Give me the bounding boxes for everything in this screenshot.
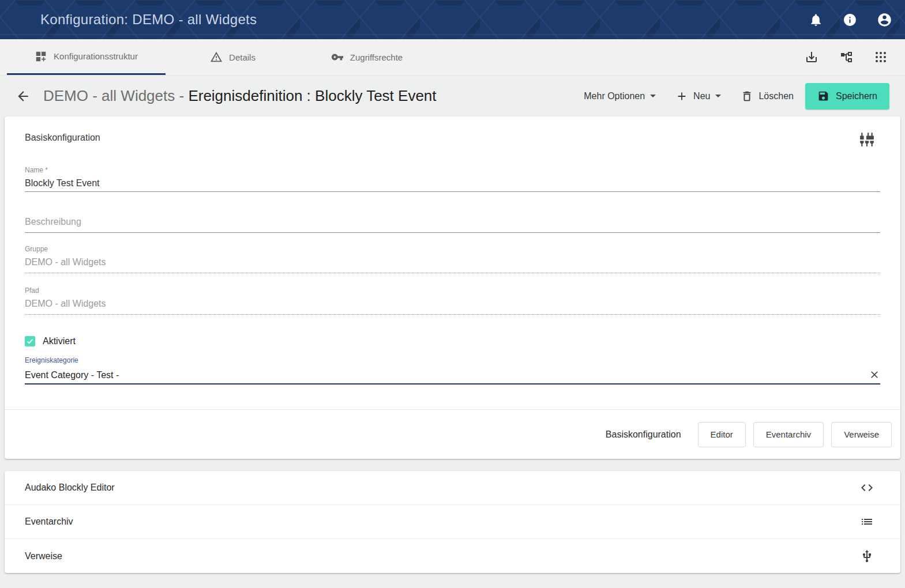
dashboard-customize-icon xyxy=(35,50,47,63)
usb-icon xyxy=(860,549,874,563)
tab-label: Zugriffsrechte xyxy=(350,52,403,62)
app-header: Konfiguration: DEMO - all Widgets xyxy=(0,0,905,39)
app-title: Konfiguration: DEMO - all Widgets xyxy=(40,12,257,28)
panels-card: Audako Blockly Editor Eventarchiv Verwei… xyxy=(5,471,900,573)
tab-label: Details xyxy=(229,52,256,62)
event-category-input[interactable] xyxy=(25,370,862,380)
new-label: Neu xyxy=(693,91,710,101)
more-options-button[interactable]: Mehr Optionen xyxy=(576,85,664,107)
event-category-label: Ereigniskategorie xyxy=(25,356,880,364)
new-button[interactable]: Neu xyxy=(667,84,729,108)
description-field xyxy=(25,216,880,233)
save-label: Speichern xyxy=(836,91,877,101)
tab-label: Konfigurationsstruktur xyxy=(54,51,138,61)
panel-eventarchiv[interactable]: Eventarchiv xyxy=(5,505,900,539)
form-body: Basiskonfiguration Name * Gruppe xyxy=(5,116,900,385)
panel-verweise[interactable]: Verweise xyxy=(5,539,900,573)
download-icon[interactable] xyxy=(805,50,818,64)
chevron-down-icon xyxy=(650,95,656,97)
panel-label: Eventarchiv xyxy=(25,517,73,527)
page-title-main: Ereignisdefinition : Blockly Test Event xyxy=(188,87,436,104)
event-category-input-row xyxy=(25,369,880,385)
page-title: DEMO - all Widgets - Ereignisdefinition … xyxy=(43,87,437,105)
activated-checkbox-row[interactable]: Aktiviert xyxy=(25,336,880,346)
code-icon xyxy=(860,481,874,495)
path-input xyxy=(25,298,880,315)
chevron-down-icon xyxy=(715,95,721,97)
footer-button-verweise[interactable]: Verweise xyxy=(831,422,892,447)
plus-icon xyxy=(675,90,688,103)
name-field: Name * xyxy=(25,166,880,192)
hierarchy-icon[interactable] xyxy=(839,50,853,64)
vertical-sliders-icon[interactable] xyxy=(859,132,874,147)
header-icons xyxy=(809,12,892,28)
delete-button[interactable]: Löschen xyxy=(733,84,802,108)
card-footer-nav: Basiskonfiguration Editor Eventarchiv Ve… xyxy=(5,409,900,459)
activated-label: Aktiviert xyxy=(43,336,76,346)
account-circle-icon[interactable] xyxy=(877,12,892,28)
footer-button-eventarchiv[interactable]: Eventarchiv xyxy=(753,422,824,447)
more-options-label: Mehr Optionen xyxy=(584,91,645,101)
footer-button-editor[interactable]: Editor xyxy=(698,422,746,447)
app-root: Konfiguration: DEMO - all Widgets Konfig… xyxy=(0,0,905,573)
group-label: Gruppe xyxy=(25,245,880,253)
apps-grid-icon[interactable] xyxy=(874,50,888,64)
description-input[interactable] xyxy=(25,216,880,233)
save-button[interactable]: Speichern xyxy=(805,83,889,110)
info-icon[interactable] xyxy=(843,13,857,27)
section-head: Basiskonfiguration xyxy=(25,116,880,147)
group-field: Gruppe xyxy=(25,245,880,273)
trash-icon xyxy=(741,90,753,103)
list-icon xyxy=(860,515,874,529)
main-content: Basiskonfiguration Name * Gruppe xyxy=(0,116,905,573)
tab-konfigurationsstruktur[interactable]: Konfigurationsstruktur xyxy=(7,39,166,75)
name-label: Name * xyxy=(25,166,880,174)
key-icon xyxy=(331,51,344,63)
toolbar-icons xyxy=(805,39,888,75)
group-input xyxy=(25,257,880,273)
page-actions: Mehr Optionen Neu Löschen Spe xyxy=(576,83,889,110)
name-input[interactable] xyxy=(25,178,880,192)
checkbox-checked-icon[interactable] xyxy=(25,336,35,346)
section-title: Basiskonfiguration xyxy=(25,132,100,144)
basiskonfiguration-card: Basiskonfiguration Name * Gruppe xyxy=(5,116,900,459)
notifications-bell-icon[interactable] xyxy=(809,13,823,27)
event-category-field: Ereigniskategorie xyxy=(25,356,880,385)
panel-label: Audako Blockly Editor xyxy=(25,483,115,493)
path-label: Pfad xyxy=(25,287,880,295)
tab-zugriffsrechte[interactable]: Zugriffsrechte xyxy=(300,39,434,75)
save-floppy-icon xyxy=(817,90,829,102)
breadcrumb: DEMO - all Widgets - xyxy=(43,87,188,104)
clear-icon[interactable] xyxy=(869,369,880,380)
delete-label: Löschen xyxy=(758,91,794,101)
panel-label: Verweise xyxy=(25,551,62,561)
footer-view-basiskonfiguration[interactable]: Basiskonfiguration xyxy=(606,429,681,440)
page-title-row: DEMO - all Widgets - Ereignisdefinition … xyxy=(0,76,905,116)
warning-triangle-icon xyxy=(210,51,223,63)
tab-details[interactable]: Details xyxy=(166,39,300,75)
panel-audako-blockly-editor[interactable]: Audako Blockly Editor xyxy=(5,471,900,505)
back-arrow-icon[interactable] xyxy=(16,89,31,104)
tab-bar: Konfigurationsstruktur Details Zugriffsr… xyxy=(0,39,905,76)
path-field: Pfad xyxy=(25,287,880,315)
